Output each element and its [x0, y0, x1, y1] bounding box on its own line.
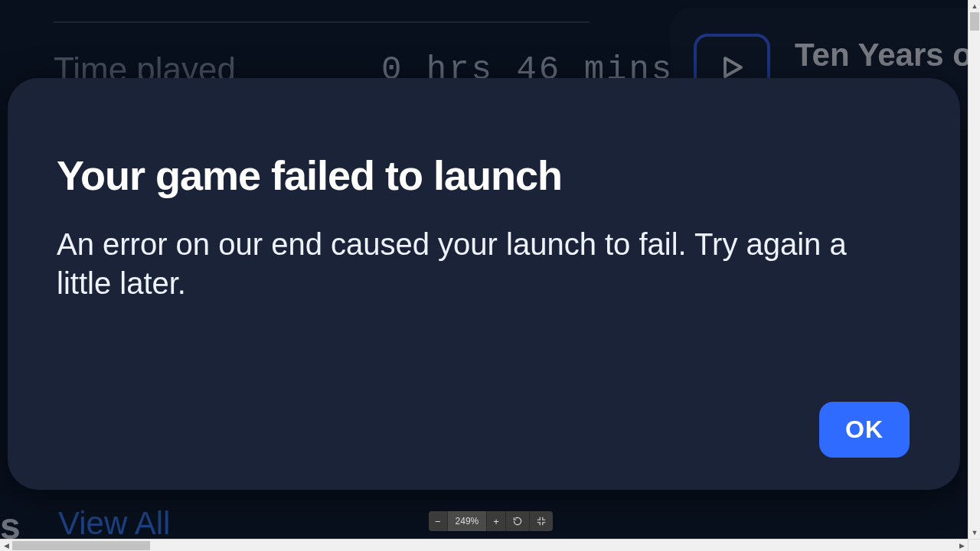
promo-card-title: Ten Years of Ma	[795, 37, 968, 73]
image-viewer-toolbar: − 249% +	[429, 511, 553, 531]
scroll-left-arrow-icon[interactable]: ◀	[0, 540, 12, 551]
vertical-scroll-thumb[interactable]	[970, 12, 979, 31]
horizontal-scrollbar[interactable]: ◀ ▶	[0, 539, 968, 551]
ok-button[interactable]: OK	[819, 402, 910, 458]
scrollbar-corner	[968, 539, 980, 551]
rotate-icon	[512, 516, 523, 527]
horizontal-scroll-thumb[interactable]	[12, 541, 150, 550]
rotate-button[interactable]	[506, 511, 530, 531]
scroll-right-arrow-icon[interactable]: ▶	[956, 540, 968, 551]
zoom-level: 249%	[448, 511, 488, 531]
scroll-up-arrow-icon[interactable]: ▲	[969, 0, 980, 12]
stats-divider	[54, 21, 590, 23]
vertical-scroll-track[interactable]	[969, 12, 980, 527]
section-heading-fragment: s	[0, 505, 21, 539]
dialog-title: Your game failed to launch	[57, 152, 911, 199]
dialog-body: An error on our end caused your launch t…	[57, 225, 868, 303]
vertical-scrollbar[interactable]: ▲ ▼	[968, 0, 980, 539]
fit-screen-button[interactable]	[530, 511, 553, 531]
collapse-icon	[536, 516, 547, 527]
zoom-out-button[interactable]: −	[429, 511, 448, 531]
error-dialog: Your game failed to launch An error on o…	[8, 78, 960, 490]
dialog-actions: OK	[819, 402, 910, 458]
view-all-link[interactable]: View All	[58, 505, 170, 539]
zoom-in-button[interactable]: +	[487, 511, 506, 531]
app-viewport: Time played 0 hrs 46 mins Ten Years of M…	[0, 0, 968, 539]
scroll-down-arrow-icon[interactable]: ▼	[969, 527, 980, 539]
